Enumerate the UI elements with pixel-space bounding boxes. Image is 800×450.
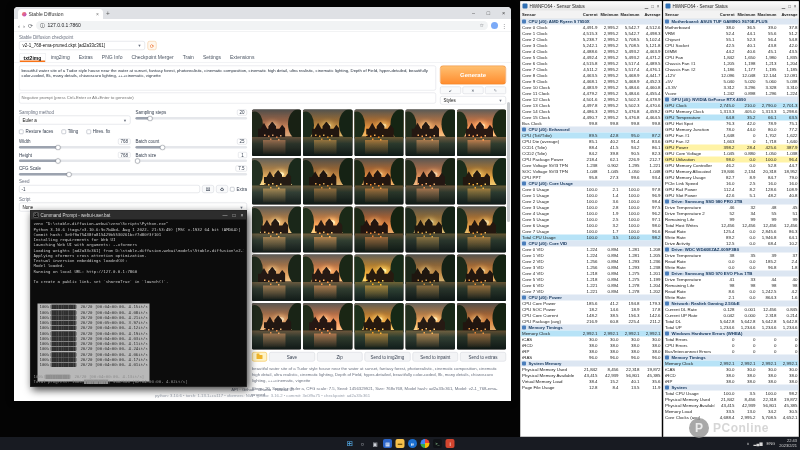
taskbar-icon-taskview[interactable]: ▣ — [371, 439, 380, 448]
gallery-image-19[interactable] — [406, 255, 455, 301]
batch-size-slider[interactable]: Batch size 1 — [136, 152, 248, 162]
webui-tab-png-info[interactable]: PNG Info — [98, 53, 127, 62]
action-send-to-inpaint[interactable]: Send to inpaint — [412, 352, 458, 362]
height-slider[interactable]: Height 768 — [19, 152, 131, 162]
gallery-image-22[interactable] — [303, 303, 352, 349]
slider-value[interactable]: 20 — [237, 110, 247, 116]
slider-value[interactable]: 768 — [118, 152, 131, 158]
gallery-image-23[interactable] — [354, 303, 403, 349]
webui-tab-extras[interactable]: Extras — [75, 53, 97, 62]
slider-value[interactable]: 25 — [237, 139, 247, 145]
gallery-image-21[interactable] — [252, 303, 301, 349]
terminal-window[interactable]: C:\ Command Prompt - webui-user.bat — □ … — [30, 210, 247, 387]
generate-tool-button-3[interactable]: ✎ — [485, 87, 506, 95]
webui-tab-extensions[interactable]: Extensions — [226, 53, 258, 62]
gallery-image-7[interactable] — [303, 158, 352, 204]
slider-track[interactable] — [136, 146, 248, 149]
close-icon[interactable]: × — [657, 3, 660, 8]
sensor-row[interactable]: Page File Usage12.88.413.511.9 — [521, 385, 662, 391]
generate-tool-button-2[interactable]: ✕ — [463, 87, 484, 95]
footer-link-gradio[interactable]: Gradio — [258, 386, 271, 391]
gallery-image-8[interactable] — [354, 158, 403, 204]
gallery-image-9[interactable] — [406, 158, 455, 204]
cfg-slider[interactable]: CFG Scale 7.5 — [19, 166, 247, 176]
slider-value[interactable]: 768 — [118, 139, 131, 145]
site-info-icon[interactable]: ⓘ — [40, 22, 45, 29]
window-minimize-button[interactable]: – — [466, 7, 481, 18]
url-bar[interactable]: ⓘ 127.0.0.1:7860 ☆ — [36, 21, 488, 30]
browser-menu-icon[interactable]: ⋮ — [501, 22, 507, 29]
random-seed-button[interactable]: ⚄ — [202, 185, 214, 193]
action-zip[interactable]: Zip — [317, 352, 363, 362]
taskbar-icon-chrome[interactable] — [421, 439, 430, 448]
slider-track[interactable] — [19, 173, 247, 176]
reuse-seed-button[interactable]: ♻ — [216, 185, 228, 193]
gallery-image-3[interactable] — [354, 110, 403, 156]
sensor-titlebar[interactable]: HWiNFO64 - Sensor Status ▁□× — [664, 2, 799, 11]
close-icon[interactable]: × — [794, 3, 797, 8]
checkbox-restore-faces[interactable]: Restore faces — [19, 129, 53, 134]
terminal-maximize-button[interactable]: □ — [233, 212, 236, 218]
open-folder-button[interactable] — [252, 352, 267, 362]
sensor-column-header[interactable]: Sensor — [664, 12, 715, 17]
sampling-method-dropdown[interactable]: Euler a ▼ — [19, 116, 131, 125]
language-indicator[interactable]: ENG — [767, 441, 776, 446]
network-icon[interactable]: ▂▄▆ — [754, 441, 763, 446]
taskbar-icon-edge[interactable]: e — [408, 439, 417, 448]
footer-link-reload-ui[interactable]: Reload UI — [275, 386, 294, 391]
slider-track[interactable] — [136, 117, 248, 120]
gallery-image-20[interactable] — [457, 255, 506, 301]
terminal-titlebar[interactable]: C:\ Command Prompt - webui-user.bat — □ … — [31, 211, 247, 220]
gallery-image-4[interactable] — [406, 110, 455, 156]
generate-button[interactable]: Generate — [440, 66, 506, 85]
tab-close-icon[interactable]: × — [96, 11, 99, 17]
sensor-column-header[interactable]: Average — [641, 12, 662, 17]
gallery-image-1[interactable] — [252, 110, 301, 156]
gallery-image-14[interactable] — [406, 206, 455, 252]
footer-link-github[interactable]: Github — [242, 386, 255, 391]
gallery-image-2[interactable] — [303, 110, 352, 156]
webui-tab-train[interactable]: Train — [179, 53, 198, 62]
terminal-output[interactable]: venv "D:\stable-diffusion-webui\venv\Scr… — [31, 220, 247, 388]
browser-tab[interactable]: Stable Diffusion × — [18, 9, 103, 19]
sensor-column-header[interactable]: Minimum — [736, 12, 757, 17]
slider-value[interactable]: 1 — [238, 152, 247, 158]
forward-icon[interactable]: › — [23, 22, 25, 29]
gallery-image-13[interactable] — [354, 206, 403, 252]
taskbar-icon-start[interactable]: ⊞ — [346, 439, 355, 448]
webui-tab-txt2img[interactable]: txt2img — [19, 53, 46, 62]
webui-tab-img2img[interactable]: img2img — [47, 53, 74, 62]
gallery-image-11[interactable] — [252, 206, 301, 252]
taskbar-icon-terminal[interactable]: >_ — [433, 439, 442, 448]
sensor-titlebar[interactable]: HWiNFO64 - Sensor Status ▁□× — [521, 2, 662, 11]
action-send-to-img2img[interactable]: Send to img2img — [365, 352, 411, 362]
gallery-image-12[interactable] — [303, 206, 352, 252]
bookmark-star-icon[interactable]: ☆ — [480, 23, 484, 29]
webui-tab-checkpoint-merger[interactable]: Checkpoint Merger — [127, 53, 177, 62]
webui-tab-settings[interactable]: Settings — [199, 53, 225, 62]
sensor-column-header[interactable]: Maximum — [620, 12, 641, 17]
new-tab-button[interactable]: + — [106, 10, 110, 18]
taskbar-icon-hwinfo[interactable]: i — [446, 439, 455, 448]
action-save[interactable]: Save — [269, 352, 315, 362]
slider-track[interactable] — [19, 146, 131, 149]
maximize-icon[interactable]: □ — [788, 3, 791, 8]
maximize-icon[interactable]: □ — [651, 3, 654, 8]
gallery-image-24[interactable] — [406, 303, 455, 349]
gallery-image-15[interactable] — [457, 206, 506, 252]
gallery-image-25[interactable] — [457, 303, 506, 349]
generate-tool-button-1[interactable]: ↙ — [440, 87, 461, 95]
reload-icon[interactable]: ⟳ — [28, 22, 33, 29]
minimize-icon[interactable]: ▁ — [782, 3, 785, 8]
sensor-column-header[interactable]: Average — [778, 12, 799, 17]
action-send-to-extras[interactable]: Send to extras — [460, 352, 506, 362]
profile-avatar[interactable] — [491, 22, 498, 29]
sensor-column-header[interactable]: Maximum — [757, 12, 778, 17]
terminal-minimize-button[interactable]: — — [223, 212, 228, 218]
extra-seed-checkbox[interactable]: Extra — [230, 187, 247, 192]
back-icon[interactable]: ‹ — [18, 22, 20, 29]
styles-dropdown[interactable]: Styles ▼ — [440, 96, 506, 105]
slider-value[interactable]: 7.5 — [236, 166, 247, 172]
width-slider[interactable]: Width 768 — [19, 139, 131, 149]
terminal-close-button[interactable]: × — [241, 212, 244, 218]
